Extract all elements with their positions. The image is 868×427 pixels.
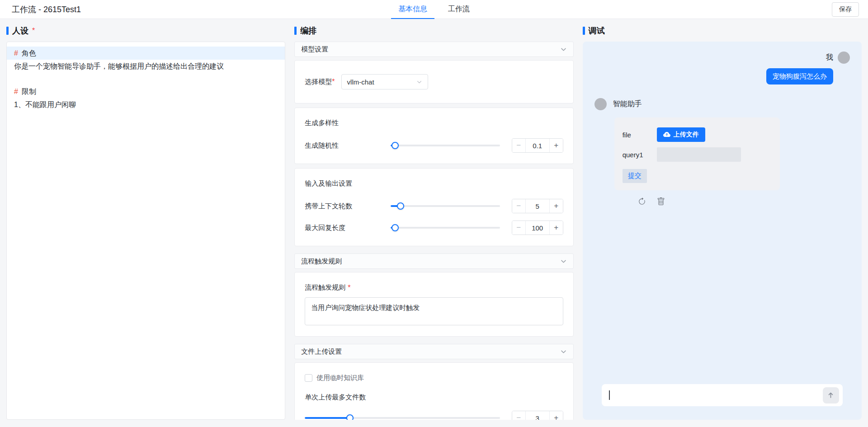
accent-bar	[583, 27, 585, 35]
file-upload-card: 使用临时知识库 单次上传最多文件数 − 3 +	[294, 362, 573, 420]
slider-handle[interactable]	[392, 224, 399, 231]
max-reply-row: 最大回复长度 − 100 +	[305, 221, 563, 235]
submit-button[interactable]: 提交	[623, 169, 647, 183]
accent-bar	[6, 27, 9, 35]
io-settings-card: 输入及输出设置 携带上下文轮数 − 5 + 最大回复长度	[294, 168, 573, 246]
arrow-up-icon	[827, 391, 835, 399]
section-trigger-rule[interactable]: 流程触发规则	[294, 253, 573, 269]
temp-kb-label: 使用临时知识库	[316, 374, 364, 382]
file-field-label: file	[623, 131, 657, 139]
slider-handle[interactable]	[392, 142, 399, 149]
max-reply-value-input[interactable]: 100	[526, 221, 549, 235]
orchestration-header: 编排	[294, 25, 573, 36]
assistant-row: 智能助手	[594, 98, 850, 110]
file-field-row: file 上传文件	[623, 125, 772, 145]
save-button[interactable]: 保存	[832, 2, 859, 17]
user-row: 我	[826, 52, 850, 64]
diversity-title: 生成多样性	[305, 119, 563, 127]
assistant-avatar	[594, 98, 607, 110]
persona-role-heading-text: 角色	[22, 49, 36, 57]
required-asterisk: *	[348, 284, 350, 292]
increment-button[interactable]: +	[549, 221, 563, 235]
persona-role-desc: 你是一个宠物智能导诊助手，能够根据用户的描述给出合理的建议	[7, 60, 285, 73]
required-asterisk: *	[32, 27, 35, 35]
persona-title: 人设	[12, 25, 28, 36]
page-title: 工作流 - 2615Test1	[12, 4, 81, 15]
markdown-hash: #	[14, 49, 18, 57]
trigger-rule-label-row: 流程触发规则 *	[305, 283, 563, 292]
section-file-upload[interactable]: 文件上传设置	[294, 344, 573, 359]
section-model-settings-label: 模型设置	[301, 45, 328, 54]
increment-button[interactable]: +	[549, 199, 563, 213]
top-bar: 工作流 - 2615Test1 基本信息 工作流 保存	[0, 0, 868, 19]
upload-file-button[interactable]: 上传文件	[657, 127, 705, 142]
chevron-down-icon	[560, 258, 567, 265]
max-reply-slider[interactable]	[391, 224, 500, 232]
debug-panel: 调试 我 宠物狗腹泻怎么办 智能助手 file	[583, 24, 862, 420]
max-files-value-input[interactable]: 3	[526, 411, 549, 420]
decrement-button[interactable]: −	[512, 199, 526, 213]
randomness-stepper: − 0.1 +	[512, 138, 563, 153]
model-select-row: 选择模型 * vllm-chat	[305, 71, 563, 92]
context-rounds-row: 携带上下文轮数 − 5 +	[305, 199, 563, 213]
send-button[interactable]	[823, 387, 839, 404]
randomness-slider[interactable]	[391, 141, 500, 150]
slider-track	[391, 205, 500, 207]
query-field-label: query1	[623, 151, 657, 159]
max-files-slider[interactable]	[305, 414, 500, 420]
context-rounds-slider[interactable]	[391, 202, 500, 210]
delete-button[interactable]	[657, 197, 665, 206]
cloud-upload-icon	[663, 131, 670, 138]
slider-handle[interactable]	[346, 414, 354, 420]
increment-button[interactable]: +	[549, 139, 563, 152]
persona-limit-desc: 1、不能跟用户闲聊	[7, 98, 285, 111]
user-avatar	[838, 52, 850, 64]
tab-basic-info[interactable]: 基本信息	[391, 0, 434, 19]
message-actions	[638, 197, 850, 206]
markdown-hash: #	[14, 88, 18, 95]
trigger-rule-card: 流程触发规则 * 当用户询问宠物症状处理建议时触发	[294, 272, 573, 337]
chat-input[interactable]	[602, 384, 843, 406]
text-cursor	[609, 390, 610, 400]
persona-editor[interactable]: #角色 你是一个宠物智能导诊助手，能够根据用户的描述给出合理的建议 #限制 1、…	[6, 42, 285, 420]
decrement-button[interactable]: −	[512, 411, 526, 420]
required-asterisk: *	[332, 78, 335, 86]
persona-role-heading: #角色	[7, 47, 285, 60]
temp-kb-row: 使用临时知识库	[305, 374, 563, 382]
refresh-icon	[638, 197, 646, 206]
increment-button[interactable]: +	[549, 411, 563, 420]
model-select[interactable]: vllm-chat	[341, 74, 428, 89]
blank-line	[7, 73, 285, 85]
trigger-rule-textarea[interactable]: 当用户询问宠物症状处理建议时触发	[305, 297, 563, 325]
query-field-row: query1	[623, 145, 772, 164]
slider-handle[interactable]	[397, 202, 404, 210]
section-model-settings[interactable]: 模型设置	[294, 42, 573, 57]
persona-header: 人设 *	[6, 25, 285, 36]
decrement-button[interactable]: −	[512, 139, 526, 152]
trigger-rule-label: 流程触发规则	[305, 283, 345, 292]
chevron-down-icon	[416, 79, 422, 85]
context-rounds-value-input[interactable]: 5	[526, 199, 549, 213]
decrement-button[interactable]: −	[512, 221, 526, 235]
debug-header: 调试	[583, 25, 862, 36]
assistant-name: 智能助手	[613, 99, 642, 109]
randomness-row: 生成随机性 − 0.1 +	[305, 138, 563, 153]
orchestration-body: 模型设置 选择模型 * vllm-chat 生成多样性 生成随机性	[294, 42, 573, 420]
context-rounds-stepper: − 5 +	[512, 199, 563, 213]
debug-title: 调试	[589, 25, 605, 36]
slider-fill	[305, 417, 349, 419]
regenerate-button[interactable]	[638, 197, 646, 206]
orchestration-panel: 编排 模型设置 选择模型 * vllm-chat 生成多	[294, 24, 573, 420]
temp-kb-checkbox[interactable]	[305, 374, 312, 382]
query1-input[interactable]	[657, 147, 741, 162]
context-rounds-label: 携带上下文轮数	[305, 202, 391, 211]
tab-workflow[interactable]: 工作流	[441, 0, 477, 19]
slider-track	[391, 145, 500, 146]
persona-limit-heading: #限制	[7, 85, 285, 98]
randomness-value-input[interactable]: 0.1	[526, 139, 549, 152]
main-content: 人设 * #角色 你是一个宠物智能导诊助手，能够根据用户的描述给出合理的建议 #…	[0, 19, 868, 427]
max-files-row: − 3 +	[305, 411, 563, 420]
assistant-form-card: file 上传文件 query1 提交	[614, 117, 780, 190]
model-select-label: 选择模型	[305, 78, 332, 86]
trash-icon	[657, 197, 665, 206]
